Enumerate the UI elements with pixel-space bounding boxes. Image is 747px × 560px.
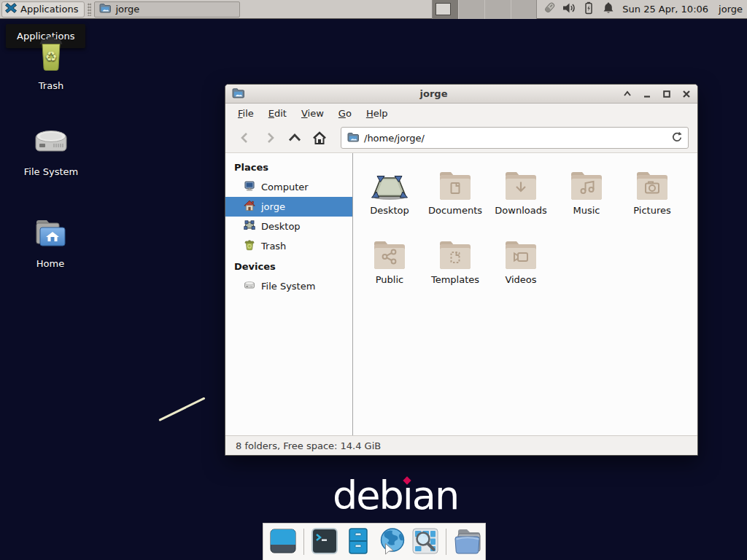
- close-button[interactable]: [682, 90, 691, 98]
- sidebar-item-jorge[interactable]: jorge: [225, 197, 352, 217]
- desktop-icon-trash[interactable]: ♻ Trash: [13, 35, 89, 91]
- file-item-label: Videos: [505, 274, 536, 285]
- workspace-3[interactable]: [485, 0, 511, 19]
- hard-drive-icon: [34, 124, 69, 161]
- input-device-icon[interactable]: [543, 1, 556, 17]
- reload-icon[interactable]: [671, 131, 682, 144]
- shade-button[interactable]: [623, 90, 632, 98]
- menu-view[interactable]: View: [294, 105, 331, 122]
- xfce-logo-icon: [5, 2, 17, 16]
- file-item-label: Documents: [428, 205, 482, 216]
- folder-icon: [99, 3, 111, 15]
- music-folder-icon: [569, 163, 604, 201]
- file-item-pictures[interactable]: Pictures: [619, 163, 685, 233]
- window-content: Places Computer jorge Desktop: [225, 153, 697, 435]
- files-grid: Desktop Documents: [353, 153, 697, 435]
- file-item-label: Music: [573, 205, 600, 216]
- location-bar[interactable]: /home/jorge/: [341, 127, 689, 149]
- forward-button[interactable]: [259, 127, 281, 149]
- file-item-music[interactable]: Music: [554, 163, 619, 233]
- home-icon: [244, 200, 255, 214]
- sidebar-item-file-system[interactable]: File System: [225, 276, 352, 296]
- up-button[interactable]: [284, 127, 306, 149]
- videos-folder-icon: [503, 233, 538, 271]
- sidebar-item-label: Desktop: [261, 221, 301, 232]
- places-header: Places: [225, 157, 352, 177]
- sidebar-item-label: Computer: [261, 182, 309, 192]
- desktop-icon-label: Trash: [39, 80, 63, 91]
- home-folder-dock-icon[interactable]: [452, 526, 483, 558]
- file-item-label: Public: [376, 274, 403, 285]
- home-folder-icon: [32, 216, 69, 253]
- path-folder-icon: [347, 132, 359, 144]
- file-item-documents[interactable]: Documents: [422, 163, 488, 233]
- menu-bar: File Edit View Go Help: [225, 104, 697, 123]
- file-manager-cabinet-icon[interactable]: [344, 526, 373, 558]
- toolbar: /home/jorge/: [225, 123, 697, 153]
- status-bar: 8 folders, Free space: 14.4 GiB: [225, 435, 697, 455]
- public-folder-icon: [372, 233, 407, 271]
- window-titlebar[interactable]: jorge: [225, 85, 697, 104]
- top-panel: Applications jorge Sun 25 Apr, 10:06 jor…: [0, 0, 747, 19]
- back-button[interactable]: [234, 127, 256, 149]
- window-folder-icon: [232, 88, 244, 101]
- volume-icon[interactable]: [562, 1, 576, 17]
- file-item-videos[interactable]: Videos: [488, 233, 554, 302]
- workspace-1[interactable]: [433, 0, 459, 19]
- file-item-desktop[interactable]: Desktop: [357, 163, 422, 233]
- file-item-public[interactable]: Public: [357, 233, 422, 302]
- file-item-templates[interactable]: Templates: [422, 233, 488, 302]
- panel-username[interactable]: jorge: [719, 4, 743, 15]
- sidebar-item-trash[interactable]: Trash: [225, 236, 352, 256]
- taskbar-window-label: jorge: [115, 4, 139, 15]
- web-browser-globe-icon[interactable]: [377, 526, 406, 558]
- computer-icon: [244, 180, 255, 194]
- sidebar-item-label: jorge: [261, 201, 285, 212]
- hard-drive-icon: [244, 279, 255, 293]
- system-tray: [543, 1, 615, 17]
- maximize-button[interactable]: [662, 90, 671, 98]
- panel-clock[interactable]: Sun 25 Apr, 10:06: [622, 4, 708, 15]
- workspace-4[interactable]: [511, 0, 537, 19]
- terminal-icon[interactable]: [310, 526, 339, 558]
- file-item-label: Desktop: [370, 205, 409, 216]
- sidebar-item-desktop[interactable]: Desktop: [225, 217, 352, 236]
- sidebar-item-computer[interactable]: Computer: [225, 177, 352, 197]
- applications-menu-label: Applications: [20, 4, 78, 15]
- dock-separator: [303, 529, 304, 555]
- file-item-downloads[interactable]: Downloads: [488, 163, 554, 233]
- templates-folder-icon: [438, 233, 473, 271]
- sidebar-item-label: Trash: [261, 241, 286, 252]
- show-desktop-icon[interactable]: [268, 526, 298, 558]
- notifications-bell-icon[interactable]: [602, 1, 615, 17]
- documents-folder-icon: [438, 163, 473, 201]
- svg-text:♻: ♻: [44, 48, 57, 64]
- desktop-icon-home[interactable]: Home: [12, 216, 88, 269]
- workspace-switcher[interactable]: [432, 0, 537, 19]
- menu-go[interactable]: Go: [331, 105, 359, 122]
- minimize-button[interactable]: [643, 90, 651, 98]
- workspace-window-preview: [436, 3, 451, 15]
- desktop-icon-file-system[interactable]: File System: [13, 124, 89, 177]
- panel-handle: [88, 3, 91, 16]
- menu-edit[interactable]: Edit: [261, 105, 294, 122]
- menu-help[interactable]: Help: [359, 105, 395, 122]
- taskbar-window-button[interactable]: jorge: [94, 1, 240, 18]
- path-input[interactable]: /home/jorge/: [364, 133, 666, 144]
- window-title: jorge: [250, 88, 617, 99]
- application-finder-icon[interactable]: [411, 526, 440, 558]
- desktop-icon: [244, 219, 255, 233]
- pictures-folder-icon: [635, 163, 670, 201]
- status-text: 8 folders, Free space: 14.4 GiB: [236, 440, 381, 451]
- file-item-label: Downloads: [495, 205, 546, 216]
- file-item-label: Templates: [431, 274, 479, 285]
- sidebar: Places Computer jorge Desktop: [225, 153, 353, 435]
- applications-menu-button[interactable]: Applications: [1, 1, 85, 18]
- desktop-line-artifact: [158, 397, 205, 421]
- window-controls: [623, 90, 691, 98]
- menu-file[interactable]: File: [231, 105, 261, 122]
- desktop-icon-label: File System: [24, 166, 78, 177]
- home-button[interactable]: [309, 127, 330, 149]
- battery-icon[interactable]: [582, 1, 595, 17]
- workspace-2[interactable]: [459, 0, 485, 19]
